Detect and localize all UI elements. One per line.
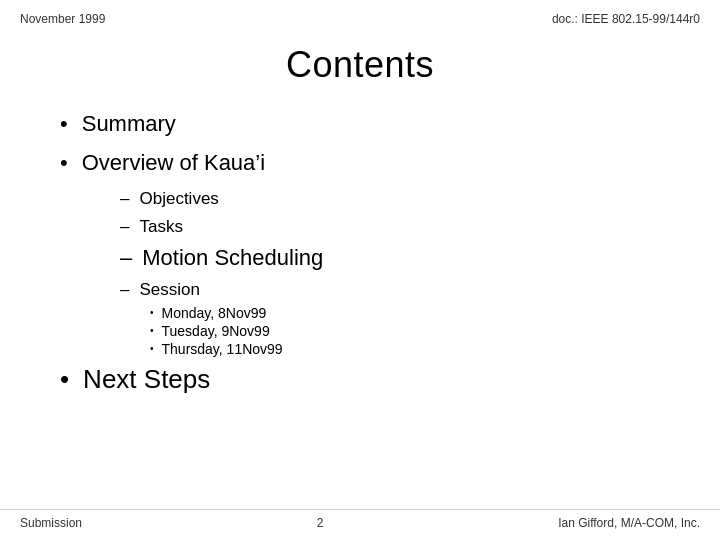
title-section: Contents — [0, 26, 720, 110]
bullet-summary: • Summary — [60, 110, 660, 139]
bullet-dot-2: • — [60, 149, 68, 178]
sub-sub-dot-1: • — [150, 305, 154, 321]
dash-3: – — [120, 243, 132, 274]
sub-sub-items-session: • Monday, 8Nov99 • Tuesday, 9Nov99 • Thu… — [150, 305, 660, 357]
sub-text-session: Session — [139, 278, 199, 302]
sub-text-tasks: Tasks — [139, 215, 182, 239]
sub-sub-text-monday: Monday, 8Nov99 — [162, 305, 267, 321]
dash-4: – — [120, 278, 129, 302]
slide-footer: Submission 2 Ian Gifford, M/A-COM, Inc. — [0, 509, 720, 530]
slide-content: • Summary • Overview of Kaua’i – Objecti… — [0, 110, 720, 397]
bullet-text-summary: Summary — [82, 110, 176, 139]
bullet-text-overview: Overview of Kaua’i — [82, 149, 265, 178]
sub-sub-text-thursday: Thursday, 11Nov99 — [162, 341, 283, 357]
bullet-text-next-steps: Next Steps — [83, 363, 210, 397]
sub-item-motion: – Motion Scheduling — [120, 243, 660, 274]
sub-text-objectives: Objectives — [139, 187, 218, 211]
sub-sub-dot-3: • — [150, 341, 154, 357]
footer-right: Ian Gifford, M/A-COM, Inc. — [558, 516, 700, 530]
sub-sub-tuesday: • Tuesday, 9Nov99 — [150, 323, 660, 339]
sub-text-motion: Motion Scheduling — [142, 243, 323, 274]
slide: November 1999 doc.: IEEE 802.15-99/144r0… — [0, 0, 720, 540]
bullet-dot-3: • — [60, 363, 69, 397]
dash-2: – — [120, 215, 129, 239]
footer-left: Submission — [20, 516, 82, 530]
header-date: November 1999 — [20, 12, 105, 26]
bullet-overview: • Overview of Kaua’i — [60, 149, 660, 178]
sub-sub-dot-2: • — [150, 323, 154, 339]
bullet-dot-1: • — [60, 110, 68, 139]
sub-sub-monday: • Monday, 8Nov99 — [150, 305, 660, 321]
footer-page-number: 2 — [317, 516, 324, 530]
sub-item-objectives: – Objectives — [120, 187, 660, 211]
sub-items-overview: – Objectives – Tasks – Motion Scheduling… — [120, 187, 660, 357]
slide-header: November 1999 doc.: IEEE 802.15-99/144r0 — [0, 0, 720, 26]
dash-1: – — [120, 187, 129, 211]
sub-sub-thursday: • Thursday, 11Nov99 — [150, 341, 660, 357]
sub-item-tasks: – Tasks — [120, 215, 660, 239]
slide-title: Contents — [20, 44, 700, 86]
sub-sub-text-tuesday: Tuesday, 9Nov99 — [162, 323, 270, 339]
header-doc: doc.: IEEE 802.15-99/144r0 — [552, 12, 700, 26]
bullet-next-steps: • Next Steps — [60, 363, 660, 397]
sub-item-session: – Session — [120, 278, 660, 302]
